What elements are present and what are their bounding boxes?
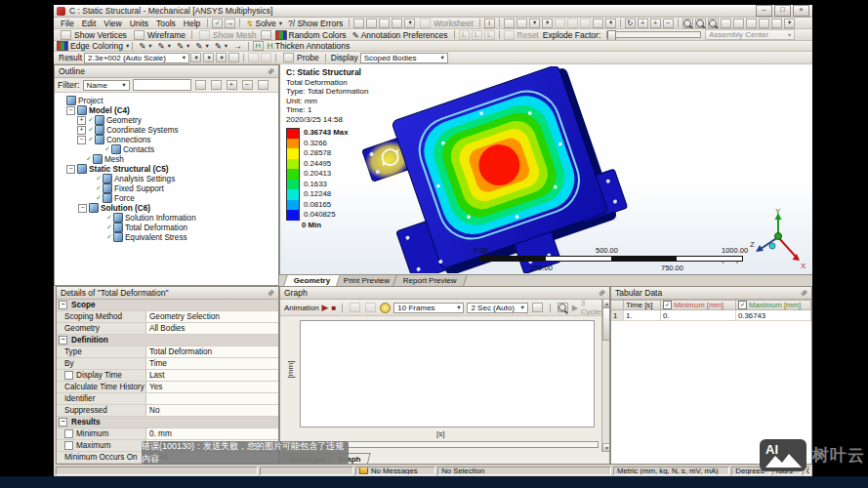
details-row[interactable]: Identifier xyxy=(57,393,278,405)
show-vertices-button[interactable]: Show Vertices xyxy=(57,30,130,40)
details-row[interactable]: Minimum0. mm xyxy=(57,428,278,440)
select-mode-icon[interactable]: ▾ xyxy=(542,19,553,28)
minimize-button[interactable]: – xyxy=(756,5,772,17)
tree-item-total-deformation[interactable]: ✓Total Deformation xyxy=(55,223,278,232)
selection-information-icon[interactable]: i xyxy=(484,19,495,28)
details-section[interactable]: −Results xyxy=(57,417,278,428)
export-video-icon[interactable] xyxy=(532,303,543,312)
graphics-viewport[interactable]: C: Static Structural Total Deformation T… xyxy=(279,64,812,274)
details-row[interactable]: GeometryAll Bodies xyxy=(57,323,278,335)
expand-tree-icon[interactable]: + xyxy=(227,80,237,90)
close-button[interactable]: × xyxy=(793,5,809,17)
details-row[interactable]: Display TimeLast xyxy=(57,370,278,382)
tree-item-contacts[interactable]: ✓Contacts xyxy=(55,144,278,154)
probe-annotation-button[interactable]: ✎▾ xyxy=(155,41,174,51)
look-at-icon[interactable] xyxy=(759,19,769,28)
manage-views-icon[interactable] xyxy=(771,19,782,28)
rotate-view-icon[interactable]: ↻ xyxy=(625,19,636,28)
slider-handle[interactable] xyxy=(607,30,616,41)
graph-scrollbar[interactable]: ▲ ▼ xyxy=(601,299,610,452)
cell-time[interactable]: 1. xyxy=(624,310,661,321)
zoom-to-fit-icon[interactable] xyxy=(695,19,706,28)
checkbox[interactable]: ✓ xyxy=(738,301,747,309)
duration-select[interactable]: 2 Sec (Auto) ▾ xyxy=(467,303,527,313)
select-edge-icon[interactable] xyxy=(567,19,578,28)
vector-annotation-button[interactable]: → xyxy=(230,41,245,51)
show-mesh-button[interactable]: Show Mesh xyxy=(195,30,259,40)
menu-tools[interactable]: Tools xyxy=(152,19,180,28)
isometric-view-icon[interactable] xyxy=(746,19,757,28)
frames-select[interactable]: 10 Frames ▾ xyxy=(393,303,464,313)
checkbox[interactable]: ✓ xyxy=(663,301,672,309)
details-row[interactable]: TypeTotal Deformation xyxy=(57,346,278,358)
solve-button[interactable]: ↯ Solve ▾ xyxy=(243,19,285,28)
filter-input[interactable] xyxy=(133,79,191,91)
chart-annotation-button[interactable]: ✎▾ xyxy=(212,41,230,51)
collapse-icon[interactable]: − xyxy=(77,136,86,144)
new-comment-icon[interactable] xyxy=(379,19,390,28)
h-marker-left-icon[interactable]: H xyxy=(253,41,264,51)
explode-icon[interactable] xyxy=(504,30,515,40)
maximize-button[interactable]: □ xyxy=(774,5,791,17)
tree-item-solution[interactable]: −Solution (C6) xyxy=(55,203,278,213)
status-messages[interactable]: No Messages xyxy=(355,467,435,475)
annotation-preferences-button[interactable]: ✎ Annotation Preferences xyxy=(350,30,451,40)
tree-item-project[interactable]: Project xyxy=(55,96,278,105)
tabular-header[interactable]: Tabular Data xyxy=(611,287,811,300)
details-section[interactable]: −Scope xyxy=(57,300,278,311)
clear-filter-icon[interactable] xyxy=(211,80,222,90)
checkbox[interactable] xyxy=(64,429,73,438)
random-colors-button[interactable]: Random Colors xyxy=(272,30,350,40)
ruler-z-icon[interactable]: L xyxy=(484,30,495,40)
details-row[interactable]: ByTime xyxy=(57,358,278,370)
next-view-icon[interactable] xyxy=(733,19,744,28)
status-units[interactable]: Metric (mm, kg, N, s, mV, mA) xyxy=(613,467,729,475)
direction-tool-icon[interactable] xyxy=(517,19,527,28)
tab-geometry[interactable]: Geometry xyxy=(283,274,341,286)
tree-item-connections[interactable]: −✓Connections xyxy=(55,135,278,144)
environment-filter-icon[interactable] xyxy=(258,80,269,90)
contour-display-icon[interactable]: ▾ xyxy=(203,53,214,62)
filter-type-select[interactable]: Name ▾ xyxy=(83,80,130,91)
details-section[interactable]: −Definition xyxy=(57,335,278,346)
result-scale-select[interactable]: 2.3e+002 (Auto Scale) ▾ xyxy=(84,53,189,63)
expand-icon[interactable]: + xyxy=(77,126,86,135)
collapse-icon[interactable]: − xyxy=(66,165,75,174)
label-annotation-button[interactable]: ✎▾ xyxy=(174,41,192,51)
pan-view-icon[interactable]: + xyxy=(638,19,648,28)
menu-units[interactable]: Units xyxy=(126,19,152,28)
pin-icon[interactable] xyxy=(801,290,807,297)
pin-icon[interactable] xyxy=(599,290,605,297)
tree-item-mesh[interactable]: ✓Mesh xyxy=(55,154,278,164)
coordinate-annotation-button[interactable]: ✎▾ xyxy=(192,41,211,51)
update-result-icon[interactable] xyxy=(380,303,391,313)
edges-display-icon[interactable]: ▾ xyxy=(216,53,227,62)
next-error-icon[interactable]: → xyxy=(225,19,235,28)
expand-icon[interactable]: + xyxy=(77,116,86,125)
wireframe-button[interactable]: Wireframe xyxy=(130,30,188,40)
label-tool-icon[interactable] xyxy=(504,19,515,28)
table-row[interactable]: 1 1. 0. 0.36743 xyxy=(611,310,811,321)
title-bar[interactable]: C : Static Structural - Mechanical [ANSY… xyxy=(54,5,812,18)
menu-help[interactable]: Help xyxy=(180,19,204,28)
tree-item-model[interactable]: −Model (C4) xyxy=(55,105,278,115)
image-capture-icon[interactable]: ▾ xyxy=(404,19,415,28)
checkbox[interactable] xyxy=(64,441,73,450)
ruler-x-icon[interactable]: L xyxy=(459,30,470,40)
collapse-icon[interactable]: − xyxy=(78,204,87,213)
tree-item-geometry[interactable]: +✓Geometry xyxy=(55,115,278,125)
max-flag-icon[interactable] xyxy=(261,53,271,62)
cell-maximum[interactable]: 0.36743 xyxy=(736,310,811,321)
tree-item-analysis-settings[interactable]: ✓Analysis Settings xyxy=(55,174,278,183)
menu-edit[interactable]: Edit xyxy=(78,19,101,28)
thicken-annotations-button[interactable]: H Thicken Annotations xyxy=(265,41,353,51)
probe-button[interactable]: Probe xyxy=(279,53,322,62)
magnifier-window-icon[interactable] xyxy=(708,19,719,28)
viewports-icon[interactable]: ▾ xyxy=(784,19,795,28)
tree-item-solution-information[interactable]: ✓Solution Information xyxy=(55,213,278,223)
new-chart-icon[interactable] xyxy=(353,19,364,28)
tree-item-coordinate-systems[interactable]: +✓Coordinate Systems xyxy=(55,125,278,135)
flip-result-icon[interactable] xyxy=(228,53,239,62)
tree-item-force[interactable]: ✓Force xyxy=(55,193,278,203)
collapse-tree-icon[interactable]: − xyxy=(242,80,253,90)
